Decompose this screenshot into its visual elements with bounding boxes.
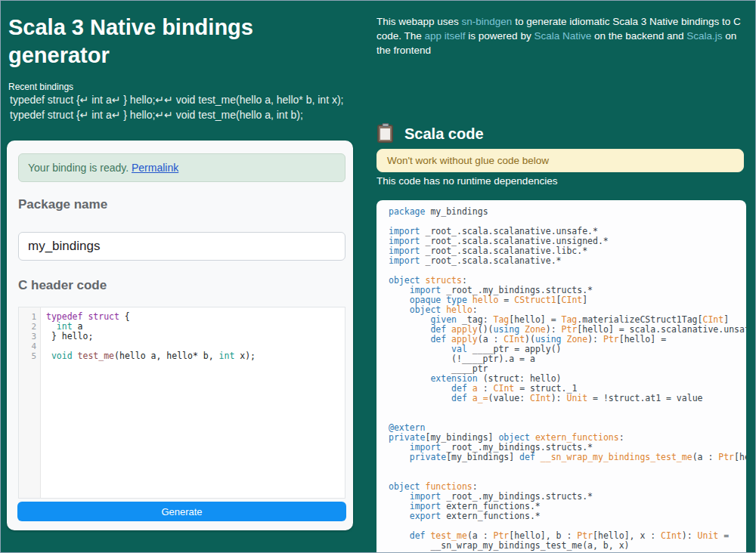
recent-bindings-label: Recent bindings [8,82,73,92]
scala-code-title: Scala code [404,125,484,143]
generator-form-card: Your binding is ready. Permalink Package… [7,141,353,530]
code-line [389,403,746,413]
c-header-editor[interactable]: 12345 typedef struct { int a } hello; vo… [18,307,345,499]
scala-code-panel: package my_bindings import _root_.scala.… [376,200,746,553]
intro-link[interactable]: app itself [425,30,466,42]
code-line: private[my_bindings] def __sn_wrap_my_bi… [389,453,746,462]
scala-code-header: Scala code [377,125,484,143]
runtime-dependencies-note: This code has no runtime dependencies [376,175,557,187]
page-title: Scala 3 Native bindings generator [8,14,341,70]
line-number: 5 [19,351,36,361]
code-line: } hello; [46,332,345,341]
code-line: import _root_.scala.scalanative.* [389,256,746,266]
c-header-code-label: C header code [18,278,107,293]
code-line: __sn_wrap_my_bindings_test_me(a, b, x) [389,541,746,551]
recent-bindings-list: typedef struct {↵ int a↵ } hello;↵↵ void… [10,92,365,122]
clipboard-icon [377,125,393,143]
binding-ready-text: Your binding is ready. [28,162,129,174]
code-line: export extern_functions.* [389,511,746,521]
code-line: typedef struct { [46,312,345,322]
line-number: 2 [19,322,36,332]
code-line [389,413,746,423]
intro-link[interactable]: Scala.js [686,30,722,42]
intro-link[interactable]: Scala Native [534,30,591,42]
intro-link[interactable]: sn-bindgen [462,16,513,27]
line-number: 4 [19,341,36,351]
app-screen: Scala 3 Native bindings generator Recent… [0,0,756,553]
line-number: 3 [19,332,36,341]
intro-paragraph: This webapp uses sn-bindgen to generate … [376,14,744,57]
glue-code-warning: Won't work without glue code below [376,149,744,172]
code-line: package my_bindings [389,207,746,217]
package-name-label: Package name [18,197,107,212]
code-line: void test_me(hello a, hello* b, int x); [46,351,345,361]
line-number: 1 [19,312,36,322]
code-line: def a_=(value: CInt): Unit = !struct.at1… [389,394,746,403]
recent-binding-item[interactable]: typedef struct {↵ int a↵ } hello;↵↵ void… [10,92,365,107]
c-header-code-area[interactable]: typedef struct { int a } hello; void tes… [41,307,345,498]
recent-binding-item[interactable]: typedef struct {↵ int a↵ } hello;↵↵ void… [10,107,365,122]
permalink-link[interactable]: Permalink [132,162,178,174]
code-line [389,462,746,472]
editor-line-numbers: 12345 [19,307,41,498]
package-name-input[interactable] [18,232,345,261]
generate-button[interactable]: Generate [17,502,346,521]
binding-ready-alert: Your binding is ready. Permalink [18,153,345,182]
